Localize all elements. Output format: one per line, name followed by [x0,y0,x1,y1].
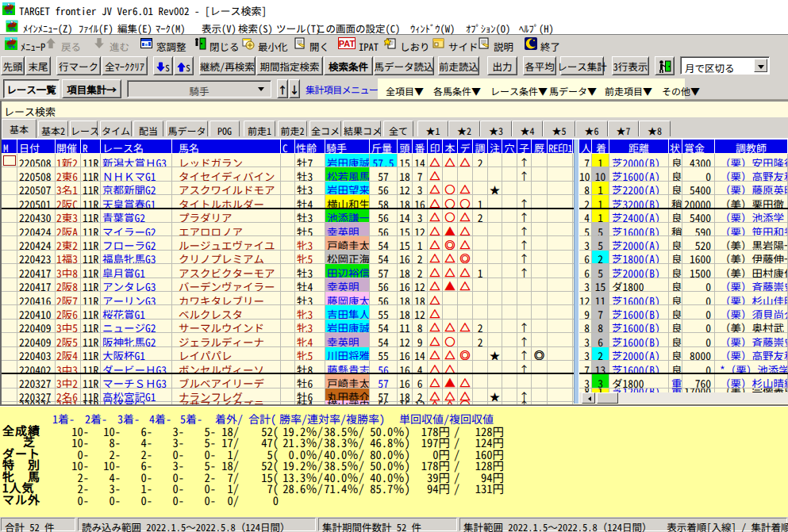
svg-text:PAT: PAT [339,39,356,48]
